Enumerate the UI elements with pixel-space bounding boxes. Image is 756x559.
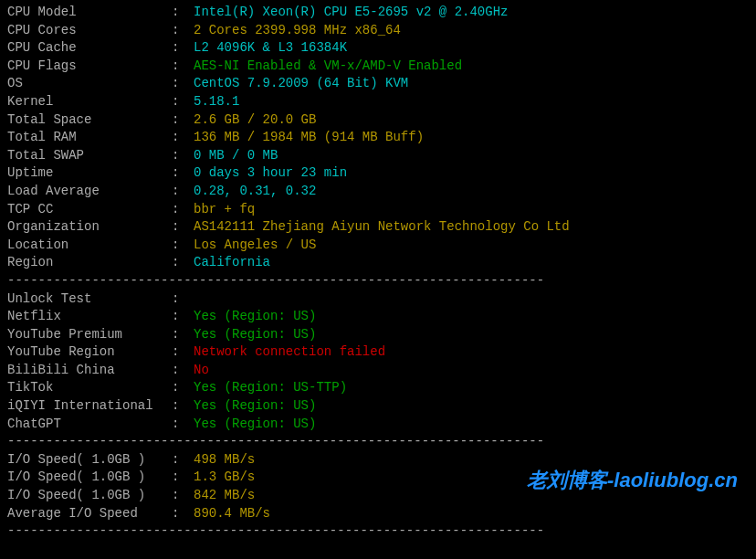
- row-colon: :: [172, 237, 194, 255]
- row-value: Network connection failed: [194, 343, 385, 362]
- info-row: YouTube Premium: Yes (Region: US): [7, 326, 749, 344]
- row-value: 0.28, 0.31, 0.32: [194, 183, 316, 201]
- info-row: Uptime: 0 days 3 hour 23 min: [7, 164, 749, 183]
- row-label: iQIYI International: [7, 397, 172, 416]
- row-value: 2 Cores 2399.998 MHz x86_64: [194, 22, 401, 40]
- row-label: Region: [7, 254, 172, 272]
- row-colon: :: [172, 58, 194, 76]
- row-value: Yes (Region: US): [194, 397, 316, 416]
- info-row: Region: California: [7, 254, 749, 272]
- row-label: CPU Cores: [7, 22, 172, 40]
- row-label: YouTube Region: [7, 343, 172, 362]
- info-row: Total SWAP: 0 MB / 0 MB: [7, 147, 749, 165]
- row-value: L2 4096K & L3 16384K: [194, 39, 347, 58]
- info-row: YouTube Region: Network connection faile…: [7, 343, 749, 362]
- info-row: Netflix: Yes (Region: US): [7, 308, 749, 326]
- unlock-header-row: Unlock Test:: [7, 290, 749, 309]
- row-colon: :: [172, 218, 194, 237]
- info-row: Total Space: 2.6 GB / 20.0 GB: [7, 111, 749, 130]
- row-value: AES-NI Enabled & VM-x/AMD-V Enabled: [194, 58, 462, 76]
- row-colon: :: [172, 4, 194, 22]
- row-label: I/O Speed( 1.0GB ): [7, 469, 172, 487]
- row-colon: :: [172, 111, 194, 130]
- info-row: CPU Flags: AES-NI Enabled & VM-x/AMD-V E…: [7, 58, 749, 76]
- row-label: Total RAM: [7, 129, 172, 147]
- row-value: Intel(R) Xeon(R) CPU E5-2695 v2 @ 2.40GH…: [194, 4, 508, 22]
- row-colon: :: [172, 39, 194, 58]
- row-label: CPU Cache: [7, 39, 172, 58]
- row-colon: :: [172, 75, 194, 93]
- row-colon: :: [172, 379, 194, 397]
- row-label: Total Space: [7, 111, 172, 130]
- info-row: TCP CC: bbr + fq: [7, 201, 749, 219]
- watermark-text: 老刘博客-laoliublog.cn: [527, 467, 738, 495]
- row-label: YouTube Premium: [7, 326, 172, 344]
- info-row: CPU Model: Intel(R) Xeon(R) CPU E5-2695 …: [7, 4, 749, 22]
- section-divider: ----------------------------------------…: [7, 433, 749, 451]
- row-label: I/O Speed( 1.0GB ): [7, 451, 172, 469]
- row-label: Uptime: [7, 164, 172, 183]
- row-colon: :: [172, 487, 194, 505]
- row-colon: :: [172, 397, 194, 416]
- info-row: Load Average: 0.28, 0.31, 0.32: [7, 183, 749, 201]
- row-colon: :: [172, 147, 194, 165]
- row-colon: :: [172, 505, 194, 523]
- row-label: Kernel: [7, 93, 172, 111]
- row-value: 0 MB / 0 MB: [194, 147, 278, 165]
- unlock-header-label: Unlock Test: [7, 290, 172, 309]
- row-colon: :: [172, 183, 194, 201]
- row-label: Location: [7, 237, 172, 255]
- row-value: CentOS 7.9.2009 (64 Bit) KVM: [194, 75, 408, 93]
- row-colon: :: [172, 343, 194, 362]
- row-label: CPU Flags: [7, 58, 172, 76]
- row-label: Netflix: [7, 308, 172, 326]
- row-label: CPU Model: [7, 4, 172, 22]
- row-value: 890.4 MB/s: [194, 505, 270, 523]
- row-value: 0 days 3 hour 23 min: [194, 164, 347, 183]
- row-colon: :: [172, 290, 194, 309]
- info-row: Total RAM: 136 MB / 1984 MB (914 MB Buff…: [7, 129, 749, 147]
- row-value: Yes (Region: US): [194, 308, 316, 326]
- row-colon: :: [172, 22, 194, 40]
- row-colon: :: [172, 362, 194, 380]
- row-value: 1.3 GB/s: [194, 469, 255, 487]
- row-value: bbr + fq: [194, 201, 255, 219]
- info-row: BiliBili China: No: [7, 362, 749, 380]
- row-colon: :: [172, 129, 194, 147]
- row-label: I/O Speed( 1.0GB ): [7, 487, 172, 505]
- row-value: 498 MB/s: [194, 451, 255, 469]
- row-colon: :: [172, 469, 194, 487]
- row-label: Load Average: [7, 183, 172, 201]
- row-value: 2.6 GB / 20.0 GB: [194, 111, 316, 130]
- info-row: CPU Cores: 2 Cores 2399.998 MHz x86_64: [7, 22, 749, 40]
- info-row: Kernel: 5.18.1: [7, 93, 749, 111]
- info-row: iQIYI International: Yes (Region: US): [7, 397, 749, 416]
- row-value: 842 MB/s: [194, 487, 255, 505]
- info-row: Location: Los Angeles / US: [7, 237, 749, 255]
- row-colon: :: [172, 308, 194, 326]
- row-colon: :: [172, 451, 194, 469]
- row-colon: :: [172, 326, 194, 344]
- row-label: BiliBili China: [7, 362, 172, 380]
- row-colon: :: [172, 201, 194, 219]
- row-value: Los Angeles / US: [194, 237, 316, 255]
- row-value: 136 MB / 1984 MB (914 MB Buff): [194, 129, 424, 147]
- row-value: Yes (Region: US): [194, 416, 316, 434]
- row-label: Average I/O Speed: [7, 505, 172, 523]
- info-row: ChatGPT: Yes (Region: US): [7, 416, 749, 434]
- row-value: 5.18.1: [194, 93, 239, 111]
- row-value: AS142111 Zhejiang Aiyun Network Technolo…: [194, 218, 570, 237]
- row-label: Organization: [7, 218, 172, 237]
- info-row: OS: CentOS 7.9.2009 (64 Bit) KVM: [7, 75, 749, 93]
- row-value: California: [194, 254, 270, 272]
- info-row: Average I/O Speed: 890.4 MB/s: [7, 505, 749, 523]
- row-colon: :: [172, 164, 194, 183]
- info-row: CPU Cache: L2 4096K & L3 16384K: [7, 39, 749, 58]
- row-value: No: [194, 362, 209, 380]
- row-colon: :: [172, 93, 194, 111]
- row-value: Yes (Region: US): [194, 326, 316, 344]
- row-colon: :: [172, 254, 194, 272]
- section-divider: ----------------------------------------…: [7, 272, 749, 290]
- section-divider: ----------------------------------------…: [7, 522, 749, 541]
- row-label: TCP CC: [7, 201, 172, 219]
